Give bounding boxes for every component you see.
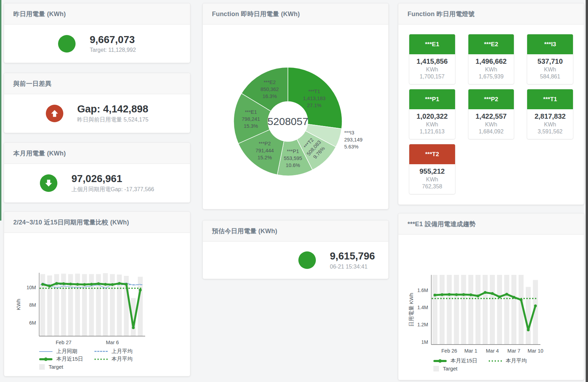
target-bar: [475, 275, 480, 345]
stat-text: Gap: 4,142,898 昨日與前日用電量 5,524,175: [77, 103, 149, 124]
target-bar: [526, 287, 531, 345]
function-usage-donut-chart: ***T11,413,18327.1%***I3293,1495.63%***T…: [203, 25, 388, 209]
svg-text:***E1: ***E1: [245, 109, 257, 115]
data-point: [90, 283, 93, 286]
panel-title-day-gap: 與前一日差異: [4, 73, 190, 94]
tile-name: ***T2: [409, 144, 455, 164]
legend-swatch: [39, 364, 45, 370]
tile-body: 1,020,322KWh1,121,613: [409, 109, 455, 139]
day-gap-stat: Gap: 4,142,898 昨日與前日用電量 5,524,175: [4, 94, 190, 133]
tile-name: ***I3: [527, 34, 573, 54]
scrollbar-track[interactable]: [586, 0, 588, 382]
legend-label: Target: [443, 366, 458, 371]
panel-estimated-today-usage: 預估今日用電量 (KWh) 9,615,796 06-21 15:34:41: [203, 220, 389, 279]
legend-label: 上月同期: [56, 348, 77, 355]
arrow-up-icon: [46, 105, 63, 122]
legend-item-本月近15日[interactable]: 本月近15日: [433, 358, 477, 364]
data-point: [76, 283, 79, 286]
e1-trend-chart: 1M1.2M1.4M1.6MFeb 26Mar 1Mar 4Mar 7Mar 1…: [398, 272, 549, 359]
status-tile-***E2: ***E21,496,662KWh1,675,939: [468, 34, 515, 84]
donut-center-total: 5208057: [268, 116, 309, 127]
legend-item-本月近15日[interactable]: 本月近15日: [39, 356, 83, 362]
tile-target: 1,675,939: [468, 74, 514, 80]
status-tile-***I3: ***I3537,710KWh584,861: [527, 34, 573, 84]
yesterday-usage-stat: 9,667,073 Target: 11,128,992: [4, 25, 190, 63]
status-lights-body: ***E11,415,856KWh1,700,157***E21,496,662…: [398, 25, 584, 204]
legend-swatch: [94, 351, 108, 352]
panel-title-month-usage: 本月用電量 (KWh): [4, 143, 190, 164]
svg-text:791,444: 791,444: [256, 148, 274, 153]
stat-text: 9,667,073 Target: 11,128,992: [90, 34, 136, 53]
legend-item-Target[interactable]: Target: [39, 364, 83, 370]
tile-value: 1,020,322: [409, 112, 455, 120]
panel-month-usage: 本月用電量 (KWh) 97,026,961 上個月同期用電Gap: -17,3…: [4, 143, 190, 203]
e1-trend-legend: 本月近15日本月平均Target: [433, 358, 527, 371]
legend-label: 本月平均: [506, 357, 527, 364]
svg-text:***E2: ***E2: [264, 79, 276, 85]
svg-text:5.63%: 5.63%: [344, 144, 359, 150]
target-bar: [440, 275, 445, 345]
tile-body: 2,817,832KWh3,591,562: [527, 109, 573, 139]
tile-name: ***P2: [468, 89, 514, 109]
svg-text:***P2: ***P2: [258, 141, 271, 146]
status-tiles-grid: ***E11,415,856KWh1,700,157***E21,496,662…: [398, 25, 584, 194]
panel-e1-trend: ***E1 設備用電達成趨勢 1M1.2M1.4M1.6MFeb 26Mar 1…: [398, 213, 584, 380]
svg-text:***T1: ***T1: [308, 89, 320, 94]
tile-value: 1,422,557: [468, 112, 514, 120]
target-bar: [511, 275, 516, 345]
y-tick-label: 6M: [29, 320, 36, 326]
estimated-today-stat: 9,615,796 06-21 15:34:41: [203, 242, 388, 279]
e1-trend-chart-body: 1M1.2M1.4M1.6MFeb 26Mar 1Mar 4Mar 7Mar 1…: [398, 235, 584, 380]
x-tick-label: Feb 26: [441, 348, 457, 354]
data-point: [527, 328, 530, 331]
arrow-down-icon: [40, 174, 57, 192]
y-tick-label: 1.4M: [417, 305, 428, 310]
target-bar: [468, 275, 473, 345]
svg-text:850,362: 850,362: [261, 86, 279, 92]
svg-text:15.2%: 15.2%: [257, 155, 272, 160]
y-axis-title: KWh: [15, 299, 21, 310]
legend-label: 本月近15日: [451, 357, 477, 364]
tile-body: 1,422,557KWh1,684,092: [468, 109, 514, 139]
data-point: [118, 282, 121, 285]
target-bar: [461, 275, 466, 345]
legend-label: 本月近15日: [56, 356, 83, 362]
data-point: [476, 294, 479, 297]
panel-function-realtime-usage: Function 即時日用電量 (KWh) ***T11,413,18327.1…: [203, 3, 389, 209]
x-tick-label: Mar 4: [486, 348, 499, 354]
data-point: [433, 294, 436, 297]
legend-item-本月平均[interactable]: 本月平均: [489, 358, 527, 364]
legend-item-Target[interactable]: Target: [433, 366, 477, 371]
data-point: [455, 293, 458, 296]
legend-swatch: [39, 358, 52, 360]
x-tick-label: Feb 27: [56, 340, 71, 345]
month-usage-stat: 97,026,961 上個月同期用電Gap: -17,377,566: [4, 164, 190, 202]
data-point: [484, 291, 487, 294]
donut-chart-body: ***T11,413,18327.1%***I3293,1495.63%***T…: [203, 25, 388, 209]
x-tick-label: Mar 1: [464, 348, 477, 354]
legend-swatch: [489, 360, 502, 362]
tile-name: ***E2: [468, 34, 514, 54]
y-tick-label: 1M: [421, 339, 428, 345]
estimated-today-value: 9,615,796: [330, 250, 375, 262]
tile-unit: KWh: [527, 121, 573, 128]
status-tile-***P1: ***P11,020,322KWh1,121,613: [409, 89, 455, 139]
tile-target: 1,700,157: [409, 74, 455, 80]
tile-target: 1,121,613: [409, 129, 455, 135]
svg-text:15.3%: 15.3%: [244, 123, 258, 129]
target-bar: [432, 275, 437, 345]
panel-title-yesterday-usage: 昨日用電量 (KWh): [4, 4, 190, 25]
energy-dashboard: { "stat_cards": [ {"title": "昨日用電量 (KWh)…: [0, 0, 588, 382]
svg-text:1,413,183: 1,413,183: [303, 96, 326, 101]
legend-item-本月平均[interactable]: 本月平均: [94, 356, 133, 362]
legend-item-上月平均[interactable]: 上月平均: [94, 348, 133, 354]
tile-unit: KWh: [527, 67, 573, 73]
tile-value: 537,710: [527, 57, 573, 65]
y-axis-title: 日用電量 KWh: [408, 293, 414, 327]
x-tick-label: Mar 10: [527, 348, 543, 354]
tile-name: ***E1: [409, 34, 455, 54]
data-point: [104, 283, 107, 286]
data-point: [132, 326, 135, 329]
legend-item-上月同期[interactable]: 上月同期: [39, 348, 83, 354]
legend-label: Target: [49, 364, 63, 370]
